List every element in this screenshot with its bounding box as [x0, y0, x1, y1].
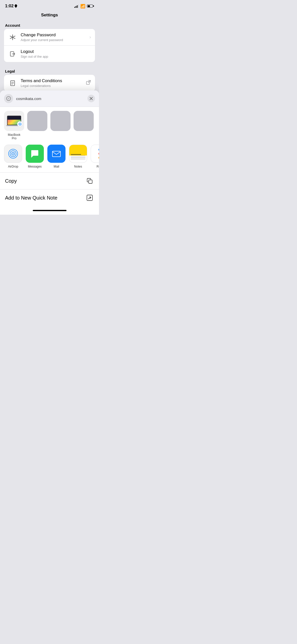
status-icons: 📶: [74, 4, 94, 9]
airdrop-label: AirDrop: [8, 165, 18, 168]
signal-icon: [74, 5, 79, 8]
macbook-label: MacBookPro: [8, 133, 20, 140]
airdrop-app-icon: [4, 145, 22, 163]
location-icon: [15, 4, 17, 8]
home-indicator: [0, 206, 99, 215]
legal-group: Terms and Conditions Legal consideration…: [4, 75, 95, 91]
quick-note-action[interactable]: Add to New Quick Note: [0, 189, 99, 206]
share-apps: AirDrop Messages Mail: [0, 143, 99, 172]
logout-icon: [8, 49, 17, 58]
notes-label: Notes: [74, 165, 82, 168]
wifi-icon: 📶: [80, 4, 85, 9]
svg-rect-22: [52, 151, 60, 157]
reminder-dot-2: [98, 152, 99, 155]
quick-note-icon: [85, 194, 94, 202]
battery-icon: [87, 5, 94, 8]
svg-point-12: [8, 98, 9, 99]
device-placeholder-3: [74, 111, 94, 140]
external-link-icon: [86, 80, 91, 86]
terms-title: Terms and Conditions: [21, 78, 84, 83]
status-time: 1:02: [5, 4, 17, 9]
copy-action[interactable]: Copy: [0, 172, 99, 189]
page-title: Settings: [0, 11, 99, 21]
svg-point-21: [13, 153, 14, 154]
share-url-text: cosmikata.com: [16, 96, 87, 101]
mail-app-icon: [47, 145, 65, 163]
home-bar: [33, 210, 67, 211]
messages-label: Messages: [28, 165, 42, 168]
logout-title: Logout: [21, 49, 91, 54]
compass-icon: [4, 94, 13, 103]
account-group: Change Password Adjust your current pass…: [4, 29, 95, 62]
share-devices: MacBookPro: [0, 107, 99, 143]
reminder-dot-1: [98, 148, 99, 151]
app-item-reminders[interactable]: Re...: [91, 145, 99, 168]
chevron-right-icon: ›: [89, 35, 91, 40]
share-close-button[interactable]: [87, 95, 95, 102]
reminder-dot-3: [98, 156, 99, 159]
device-placeholder-2: [50, 111, 71, 140]
svg-rect-23: [89, 180, 92, 183]
time-label: 1:02: [5, 4, 14, 9]
reminders-app-icon: [91, 145, 99, 163]
device-item-macbook[interactable]: MacBookPro: [4, 111, 24, 140]
logout-subtitle: Sign out of the app: [21, 55, 91, 58]
settings-content: Account Change Password Adjust your curr…: [0, 21, 99, 99]
svg-point-17: [20, 124, 20, 124]
app-item-notes[interactable]: Notes: [69, 145, 87, 168]
copy-label: Copy: [5, 178, 17, 184]
quick-note-label: Add to New Quick Note: [5, 195, 57, 201]
logout-row[interactable]: Logout Sign out of the app: [4, 46, 95, 62]
mail-label: Mail: [54, 165, 59, 168]
document-icon: [8, 79, 17, 88]
terms-row[interactable]: Terms and Conditions Legal consideration…: [4, 75, 95, 91]
change-password-subtitle: Adjust your current password: [21, 38, 87, 42]
device-placeholder-1: [27, 111, 47, 140]
app-item-mail[interactable]: Mail: [47, 145, 65, 168]
terms-subtitle: Legal considerations: [21, 84, 84, 88]
asterisk-icon: [8, 33, 17, 42]
share-url-row: cosmikata.com: [0, 90, 99, 107]
account-section-header: Account: [0, 21, 99, 29]
share-sheet: cosmikata.com: [0, 90, 99, 215]
legal-section-header: Legal: [0, 67, 99, 75]
change-password-title: Change Password: [21, 33, 87, 38]
app-item-airdrop[interactable]: AirDrop: [4, 145, 22, 168]
change-password-row[interactable]: Change Password Adjust your current pass…: [4, 29, 95, 46]
app-item-messages[interactable]: Messages: [26, 145, 44, 168]
messages-app-icon: [26, 145, 44, 163]
copy-icon: [85, 177, 94, 185]
reminders-label: Re...: [96, 165, 99, 168]
notes-app-icon: [69, 145, 87, 163]
status-bar: 1:02 📶: [0, 0, 99, 11]
macbook-icon: [4, 111, 24, 131]
